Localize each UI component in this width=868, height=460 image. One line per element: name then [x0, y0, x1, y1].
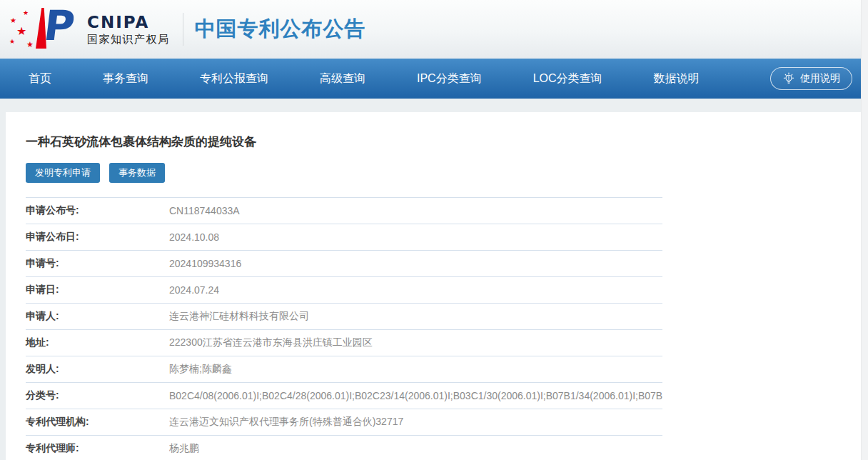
- field-value-application-date: 2024.07.24: [169, 284, 662, 296]
- tag-transaction-data[interactable]: 事务数据: [109, 163, 165, 183]
- table-row: 申请公布号: CN118744033A: [26, 198, 662, 224]
- field-label-inventors: 发明人:: [26, 363, 169, 376]
- table-row: 分类号: B02C4/08(2006.01)I;B02C4/28(2006.01…: [26, 383, 662, 409]
- table-row: 申请日: 2024.07.24: [26, 277, 662, 304]
- field-value-agent: 杨兆鹏: [169, 442, 662, 455]
- star-icon: ★: [16, 26, 26, 37]
- nav-item-advanced-query[interactable]: 高级查询: [320, 71, 365, 86]
- logo-text: CNIPA 国家知识产权局: [87, 13, 170, 46]
- field-label-agency: 专利代理机构:: [26, 416, 169, 429]
- field-value-publication-number: CN118744033A: [169, 205, 662, 216]
- nav-item-ipc-query[interactable]: IPC分类查询: [417, 71, 482, 86]
- main-nav: 首页 事务查询 专利公报查询 高级查询 IPC分类查询 LOC分类查询 数据说明…: [0, 59, 868, 99]
- field-value-agency: 连云港迈文知识产权代理事务所(特殊普通合伙)32717: [169, 416, 662, 429]
- field-label-publication-date: 申请公布日:: [26, 231, 169, 244]
- field-label-application-date: 申请日:: [26, 284, 169, 296]
- usage-help-button[interactable]: 使用说明: [770, 67, 852, 90]
- table-row: 专利代理师: 杨兆鹏: [26, 436, 662, 460]
- field-label-applicant: 申请人:: [26, 310, 169, 323]
- nav-item-transaction-query[interactable]: 事务查询: [103, 71, 148, 86]
- field-label-address: 地址:: [26, 336, 169, 349]
- field-value-classification: B02C4/08(2006.01)I;B02C4/28(2006.01)I;B0…: [169, 390, 662, 401]
- field-label-agent: 专利代理师:: [26, 442, 169, 455]
- table-row: 专利代理机构: 连云港迈文知识产权代理事务所(特殊普通合伙)32717: [26, 409, 662, 436]
- site-title: 中国专利公布公告: [195, 15, 366, 44]
- usage-help-label: 使用说明: [800, 72, 840, 85]
- field-label-classification: 分类号:: [26, 389, 169, 402]
- logo-p-glyph: P: [41, 1, 78, 50]
- field-value-application-number: 2024109934316: [169, 258, 662, 269]
- field-label-publication-number: 申请公布号:: [26, 204, 169, 217]
- field-label-application-number: 申请号:: [26, 257, 169, 270]
- field-value-applicant: 连云港神汇硅材料科技有限公司: [169, 310, 662, 323]
- table-row: 申请号: 2024109934316: [26, 251, 662, 277]
- nav-item-data-notes[interactable]: 数据说明: [654, 71, 700, 86]
- patent-tag-row: 发明专利申请 事务数据: [26, 163, 861, 183]
- table-row: 申请公布日: 2024.10.08: [26, 224, 662, 251]
- table-row: 发明人: 陈梦楠;陈麟鑫: [26, 356, 662, 383]
- vertical-scrollbar[interactable]: [861, 0, 868, 460]
- header-divider: [183, 13, 183, 46]
- table-row: 申请人: 连云港神汇硅材料科技有限公司: [26, 304, 662, 330]
- star-icon: ★: [23, 10, 29, 16]
- table-row: 地址: 222300江苏省连云港市东海县洪庄镇工业园区: [26, 330, 662, 356]
- field-value-address: 222300江苏省连云港市东海县洪庄镇工业园区: [169, 336, 662, 349]
- star-icon: ★: [26, 41, 34, 49]
- star-icon: ★: [9, 39, 15, 45]
- field-value-inventors: 陈梦楠;陈麟鑫: [169, 363, 662, 376]
- patent-detail-table: 申请公布号: CN118744033A 申请公布日: 2024.10.08 申请…: [26, 197, 662, 460]
- nav-item-gazette-query[interactable]: 专利公报查询: [200, 71, 268, 86]
- lightbulb-icon: [782, 72, 795, 85]
- field-value-publication-date: 2024.10.08: [169, 231, 662, 243]
- logo-cnipa-acronym: CNIPA: [87, 13, 170, 31]
- tag-invention-application[interactable]: 发明专利申请: [26, 163, 100, 183]
- patent-title: 一种石英砂流体包裹体结构杂质的提纯设备: [26, 134, 861, 150]
- nav-item-home[interactable]: 首页: [29, 71, 51, 86]
- site-header: ★ ★ ★ ★ ★ P CNIPA 国家知识产权局 中国专利公布公告: [0, 0, 868, 59]
- cnipa-logo-artwork: ★ ★ ★ ★ ★ P: [7, 6, 84, 53]
- logo-org-name: 国家知识产权局: [87, 33, 170, 46]
- star-icon: ★: [10, 17, 16, 24]
- patent-detail-card: 一种石英砂流体包裹体结构杂质的提纯设备 发明专利申请 事务数据 申请公布号: C…: [6, 112, 861, 460]
- nav-item-loc-query[interactable]: LOC分类查询: [533, 71, 602, 86]
- cnipa-logo[interactable]: ★ ★ ★ ★ ★ P CNIPA 国家知识产权局: [7, 6, 170, 53]
